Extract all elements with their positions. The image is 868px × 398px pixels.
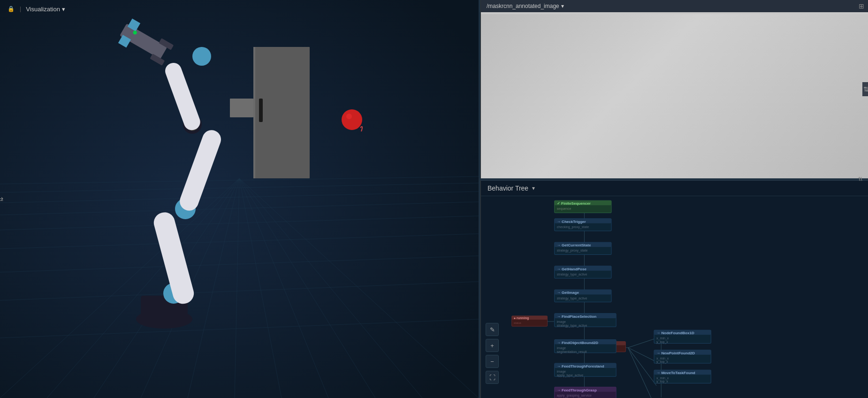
camera-view-panel: /maskrcnn_annotated_image ▾ ⊞ [480,0,868,178]
svg-text:→ GetHandPose: → GetHandPose [557,267,587,271]
camera-header: /maskrcnn_annotated_image ▾ ⊞ [481,0,868,12]
svg-point-25 [342,109,362,130]
svg-text:apply_type_active: apply_type_active [557,374,584,377]
svg-text:strategy_type_active: strategy_type_active [557,273,587,276]
svg-text:→ FindPlaceSelection: → FindPlaceSelection [557,314,596,319]
vertical-resize-divider[interactable] [479,0,480,398]
svg-text:checking_proxy_state: checking_proxy_state [557,225,589,229]
camera-topic-dropdown[interactable]: /maskrcnn_annotated_image ▾ [487,3,564,9]
svg-point-26 [346,114,352,119]
bt-dropdown-button[interactable]: ▾ [532,185,535,191]
viz-header: 🔒 | Visualization ▾ [7,5,65,13]
left-panel: 🔒 | Visualization ▾ [0,0,479,398]
svg-text:strategy_type_active: strategy_type_active [557,297,587,300]
svg-text:apply_grasping_service: apply_grasping_service [557,394,592,398]
svg-text:✓ FiniteSequencer: ✓ FiniteSequencer [557,201,591,206]
svg-point-36 [192,47,211,66]
bt-canvas[interactable]: ✓ FiniteSequencer sequence → CheckTrigge… [481,198,868,398]
svg-rect-24 [230,99,253,117]
svg-text:sequence: sequence [557,207,571,211]
main-layout: 🔒 | Visualization ▾ [0,0,868,398]
svg-rect-66 [481,198,868,398]
svg-text:→ FeedThroughGrasp: → FeedThroughGrasp [557,388,597,392]
svg-text:image: image [557,370,566,374]
camera-resize-button[interactable]: ⊞ [859,2,864,10]
zoom-in-tool-button[interactable]: + [486,339,499,352]
lock-icon: 🔒 [7,5,15,13]
svg-text:→ NodeFoundBox1D: → NodeFoundBox1D [656,331,694,335]
svg-text:→ FeedThroughForestand: → FeedThroughForestand [557,364,604,368]
svg-text:strategy_type_active: strategy_type_active [557,324,587,328]
svg-text:y_top_x: y_top_x [656,360,668,364]
bt-tools-panel: ✎ + − ⛶ [486,323,499,384]
right-panel: /maskrcnn_annotated_image ▾ ⊞ [480,0,868,398]
svg-rect-0 [0,0,479,398]
svg-text:→ NewPointFound2D: → NewPointFound2D [656,351,695,355]
svg-text:→ GetImage: → GetImage [557,291,579,295]
behavior-tree-panel: Behavior Tree ▾ [480,180,868,398]
svg-text:→ GetCurrentState: → GetCurrentState [557,243,591,247]
svg-text:image: image [557,346,566,350]
svg-text:y_top_x: y_top_x [656,340,668,344]
bt-header: Behavior Tree ▾ [481,181,868,196]
fit-view-tool-button[interactable]: ⛶ [486,371,499,384]
svg-rect-22 [259,99,263,122]
horizontal-resize-handle[interactable]: ⇄ [0,192,4,206]
svg-text:status: status [514,321,521,324]
svg-text:segmentation_result: segmentation_result [557,350,587,354]
camera-panel-resize-right[interactable]: ⇅ [862,82,868,96]
camera-image-content: space booth cabinet door 100% pull handl… [481,14,868,178]
svg-text:→ CheckTrigger: → CheckTrigger [557,220,586,224]
svg-text:→ FindObjectBound2D: → FindObjectBound2D [557,341,599,345]
svg-text:● running: ● running [514,316,529,320]
horizontal-resize-divider[interactable]: ⇅ [480,178,868,180]
svg-text:strategy_proxy_state: strategy_proxy_state [557,249,588,253]
visualization-dropdown[interactable]: Visualization ▾ [26,6,65,13]
bt-title: Behavior Tree [487,184,528,192]
svg-text:image: image [557,320,566,324]
edit-tool-button[interactable]: ✎ [486,323,499,336]
svg-text:y_top_x: y_top_x [656,380,668,383]
3d-scene-canvas[interactable] [0,0,479,398]
3d-scene-svg [0,0,479,398]
svg-text:→ MoveToTaskFound: → MoveToTaskFound [656,371,695,375]
zoom-out-tool-button[interactable]: − [486,355,499,368]
bt-svg: ✓ FiniteSequencer sequence → CheckTrigge… [481,198,868,398]
svg-rect-23 [253,47,255,178]
